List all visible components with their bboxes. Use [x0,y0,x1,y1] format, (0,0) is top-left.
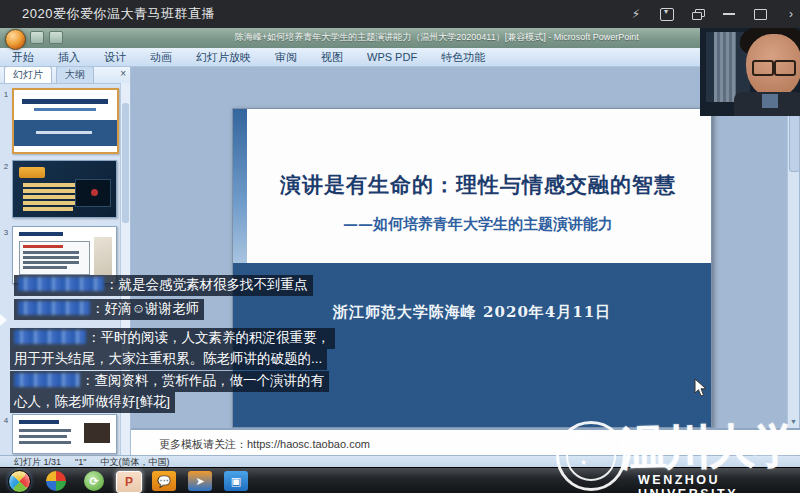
tab-review[interactable]: 审阅 [263,48,309,66]
mini-subtitle-bar [34,108,96,111]
thumbnail-row: 1 [2,88,118,158]
thumb-number: 1 [1,90,11,99]
maximize-icon[interactable] [753,7,767,21]
tab-slideshow[interactable]: 幻灯片放映 [184,48,263,66]
chat-message: ：平时的阅读，人文素养的积淀很重要， 用于开头结尾，大家注重积累。陈老师讲的破题… [10,328,335,370]
chat-message: ：查阅资料，赏析作品，做一个演讲的有 心人，陈老师做得好[鲜花] [10,371,329,413]
theme-name: "1" [75,457,86,467]
chat-message: ：就是会感觉素材很多找不到重点 [14,275,313,296]
ribbon-tab-bar: 开始 插入 设计 动画 幻灯片放映 审阅 视图 WPS PDF 特色功能 [0,48,800,67]
tab-design[interactable]: 设计 [92,48,138,66]
slide-author-date: 浙江师范大学陈海峰 2020年4月11日 [233,303,711,322]
webcam-video [700,28,800,116]
chat-username-redacted [14,373,80,387]
pane-close-icon[interactable]: × [120,68,126,79]
tab-view[interactable]: 视图 [309,48,355,66]
chat-message: ：好滴☺谢谢老师 [14,299,204,320]
tab-insert[interactable]: 插入 [46,48,92,66]
slide-subtitle: ——如何培养青年大学生的主题演讲能力 [253,215,703,234]
chat-text: ：平时的阅读，人文素养的积淀很重要， [87,330,330,345]
chat-text: 用于开头结尾，大家注重积累。陈老师讲的破题的... [14,351,322,366]
presenter-collar [762,94,778,108]
undo-icon[interactable] [49,31,63,44]
notes-text: 更多模板请关注：https://haosc.taobao.com [159,437,370,452]
chat-username-redacted [18,301,90,315]
mini-band [14,120,117,146]
ppt-window-title: 陈海峰+如何培养青年大学生的主题演讲能力（温州大学20200411）[兼容模式]… [235,31,665,44]
thumbnail-row: 4 [2,414,118,454]
broadcast-window-controls: ⚡ › [629,0,798,28]
chat-text: ：就是会感觉素材很多找不到重点 [105,277,308,292]
thumb-number: 3 [1,228,11,237]
pane-tab-bar: 幻灯片 大纲 × [0,66,130,84]
tab-slides[interactable]: 幻灯片 [4,66,52,83]
slide-vertical-scrollbar[interactable]: ▲ ▼ [787,66,799,428]
slide-left-stripe [233,109,247,263]
compass-app-icon[interactable]: ➤ [188,471,212,491]
tab-outline[interactable]: 大纲 [56,66,94,83]
slide-thumbnail-1[interactable] [12,88,119,154]
popup-window-icon[interactable] [660,7,674,21]
chat-text: 心人，陈老师做得好[鲜花] [14,394,170,409]
broadcast-title-bar: 2020爱你爱你温大青马班群直播 ⚡ › [0,0,800,28]
sync-app-icon[interactable]: ⟳ [84,471,104,491]
mini-image [84,423,110,443]
thumb-number: 2 [1,162,11,171]
chat-username-redacted [18,277,104,291]
screen: 2020爱你爱你温大青马班群直播 ⚡ › 陈海峰+如何培养青年大学生的主题演讲能… [0,0,800,493]
mini-tag [19,167,45,178]
chat-app-icon[interactable]: 💬 [152,471,176,491]
tab-special[interactable]: 特色功能 [429,48,497,66]
mini-title-bar [22,99,108,104]
mouse-cursor-icon [694,378,708,398]
chat-text: ：查阅资料，赏析作品，做一个演讲的有 [81,373,324,388]
quick-access-toolbar [30,31,63,44]
tab-wps-pdf[interactable]: WPS PDF [355,48,429,66]
office-button-icon[interactable] [5,29,26,50]
glasses-icon [752,60,798,73]
briefcase-app-icon[interactable]: ▣ [224,471,248,491]
chat-text: ：好滴☺谢谢老师 [91,301,199,316]
curtain [714,32,736,102]
thumbnail-row: 2 [2,160,118,222]
multi-window-icon[interactable] [691,7,705,21]
powerpoint-app-icon[interactable]: P [116,471,142,493]
lightning-icon[interactable]: ⚡ [629,7,643,21]
slide-title: 演讲是有生命的：理性与情感交融的智慧 [253,171,703,199]
save-icon[interactable] [30,31,44,44]
chat-username-redacted [14,330,86,344]
tab-home[interactable]: 开始 [0,48,46,66]
slide-thumbnail-2[interactable] [12,160,117,218]
start-button[interactable] [8,470,31,493]
tab-animation[interactable]: 动画 [138,48,184,66]
notes-pane[interactable]: 更多模板请关注：https://haosc.taobao.com [131,428,800,457]
minimize-icon[interactable] [722,7,736,21]
windows-taskbar: ⟳ P 💬 ➤ ▣ [0,467,800,493]
scroll-down-icon[interactable]: ▼ [788,416,799,428]
pinwheel-app-icon[interactable] [46,471,66,491]
thumb-number: 4 [1,416,11,425]
slide-thumbnail-4[interactable] [12,414,117,454]
pane-scrollbar-thumb[interactable] [122,103,129,223]
broadcast-title: 2020爱你爱你温大青马班群直播 [22,5,215,23]
edge-marker-icon [0,314,7,326]
close-icon[interactable]: › [784,7,798,21]
